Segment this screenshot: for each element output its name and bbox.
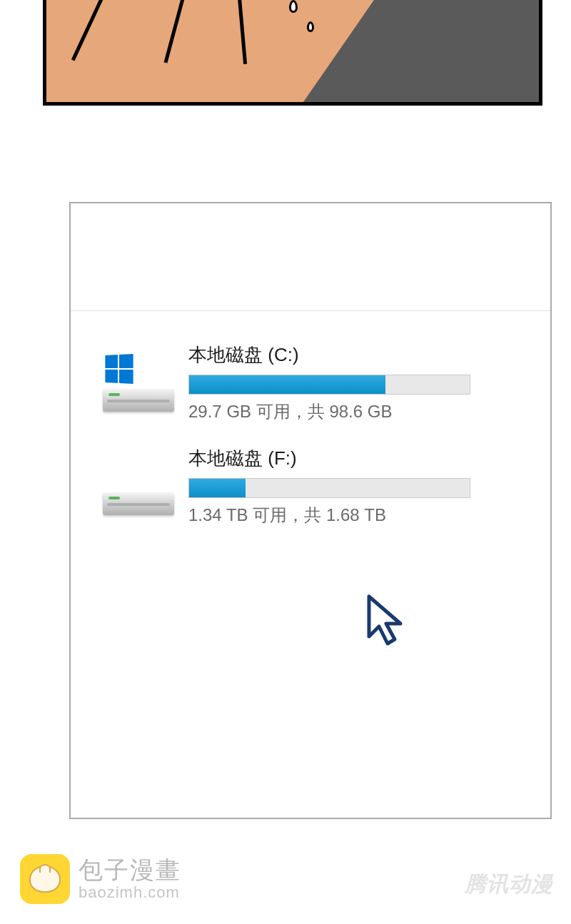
cursor-pointer-icon bbox=[363, 592, 406, 649]
drive-usage-bar bbox=[188, 375, 470, 395]
baozi-url: baozimh.com bbox=[79, 884, 181, 901]
baozi-title: 包子漫畫 bbox=[79, 857, 181, 883]
drive-icon-f bbox=[103, 458, 174, 515]
drive-status: 1.34 TB 可用，共 1.68 TB bbox=[188, 504, 470, 527]
drive-item-f[interactable]: 本地磁盘 (F:) 1.34 TB 可用，共 1.68 TB bbox=[103, 446, 470, 527]
divider bbox=[71, 310, 550, 311]
drive-icon-c bbox=[103, 355, 174, 412]
drive-usage-fill bbox=[189, 479, 246, 497]
windows-logo-icon bbox=[105, 353, 133, 383]
drive-label: 本地磁盘 (C:) bbox=[188, 342, 470, 367]
watermark-baozi: 包子漫畫 baozimh.com bbox=[20, 854, 181, 904]
baozi-logo-icon bbox=[20, 854, 70, 904]
file-explorer-window: 本地磁盘 (C:) 29.7 GB 可用，共 98.6 GB 本地磁盘 (F:)… bbox=[69, 202, 552, 819]
drive-usage-fill bbox=[189, 375, 385, 394]
drive-status: 29.7 GB 可用，共 98.6 GB bbox=[188, 400, 470, 423]
drive-label: 本地磁盘 (F:) bbox=[188, 446, 470, 471]
watermark-tencent: 腾讯动漫 bbox=[465, 870, 553, 899]
drive-item-c[interactable]: 本地磁盘 (C:) 29.7 GB 可用，共 98.6 GB bbox=[103, 342, 470, 423]
comic-panel-artwork bbox=[43, 0, 542, 106]
drive-usage-bar bbox=[188, 478, 470, 498]
